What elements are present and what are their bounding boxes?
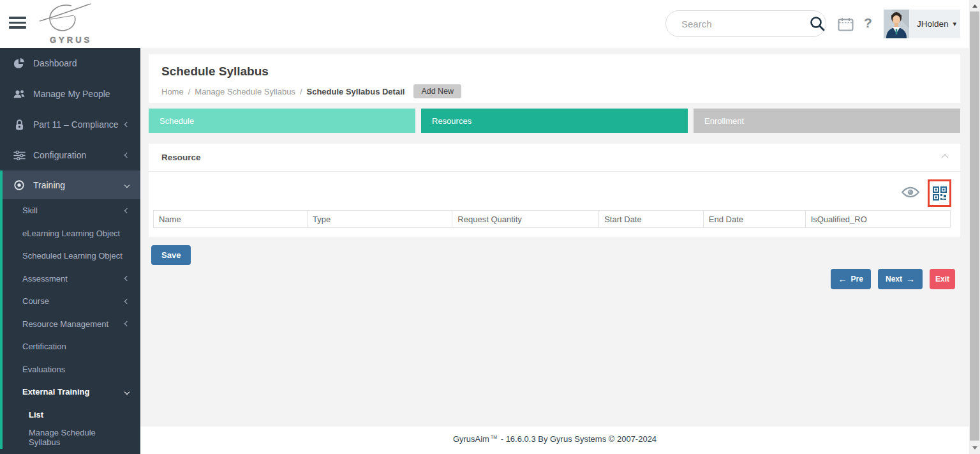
sidebar-item-assessment[interactable]: Assessment	[3, 268, 140, 291]
sidebar-item-list[interactable]: List	[3, 404, 140, 427]
column-header-end-date: End Date	[703, 211, 805, 228]
pie-chart-icon	[13, 57, 26, 70]
top-header: GYRUS ? JHolden ▾	[0, 0, 980, 48]
sidebar-item-scheduled-learning-object[interactable]: Scheduled Learning Object	[3, 245, 140, 268]
sidebar-item-label: Part 11 – Compliance	[33, 119, 119, 130]
scrollbar-thumb[interactable]	[970, 11, 979, 441]
tab-enrollment[interactable]: Enrollment	[694, 109, 960, 133]
logo-wordmark: GYRUS	[50, 35, 92, 45]
chevron-left-icon	[124, 208, 130, 213]
footer-product: GyrusAim	[453, 434, 489, 444]
resource-panel-header: Resource	[149, 144, 960, 172]
page-header-panel: Schedule Syllabus Home / Manage Schedule…	[149, 54, 960, 103]
chevron-down-icon	[124, 390, 130, 395]
arrow-right-icon: →	[906, 274, 915, 284]
search-bar	[665, 10, 826, 37]
sidebar-item-label: Manage My People	[33, 89, 110, 99]
breadcrumb-current: Schedule Syllabus Detail	[307, 87, 405, 96]
sidebar-item-training[interactable]: Training	[3, 170, 140, 199]
chevron-left-icon	[124, 321, 130, 326]
chevron-left-icon	[124, 299, 130, 304]
chevron-left-icon	[124, 276, 130, 281]
resource-panel: Resource Name Type Request Quantity Star…	[149, 144, 960, 237]
vertical-scrollbar	[969, 0, 980, 454]
sidebar-item-label: Training	[33, 180, 65, 190]
save-button[interactable]: Save	[151, 245, 191, 265]
sidebar-item-label: Configuration	[33, 150, 86, 160]
help-icon[interactable]: ?	[864, 15, 872, 31]
add-new-button[interactable]: Add New	[413, 84, 461, 98]
pre-button[interactable]: ← Pre	[831, 269, 871, 289]
column-header-request-quantity: Request Quantity	[452, 211, 599, 228]
sidebar-item-configuration[interactable]: Configuration	[0, 140, 140, 170]
resource-panel-title: Resource	[161, 153, 201, 162]
arrow-left-icon: ←	[838, 274, 847, 284]
eye-icon[interactable]	[901, 186, 920, 201]
breadcrumb-manage-schedule-syllabus[interactable]: Manage Schedule Syllabus	[195, 87, 295, 96]
sidebar-item-skill[interactable]: Skill	[3, 199, 140, 222]
sidebar-nav: Dashboard Manage My People Part 11 – Com…	[0, 48, 140, 454]
sidebar-item-resource-management[interactable]: Resource Management	[3, 313, 140, 336]
breadcrumb: Home / Manage Schedule Syllabus / Schedu…	[161, 84, 947, 98]
sidebar-item-external-training[interactable]: External Training	[3, 381, 140, 404]
sidebar-item-course[interactable]: Course	[3, 290, 140, 313]
sidebar-item-manage-my-people[interactable]: Manage My People	[0, 79, 140, 109]
avatar	[884, 10, 909, 38]
sidebar-item-part11-compliance[interactable]: Part 11 – Compliance	[0, 109, 140, 140]
resource-table: Name Type Request Quantity Start Date En…	[153, 210, 951, 228]
sidebar-item-certification[interactable]: Certification	[3, 335, 140, 358]
sidebar-item-label: Dashboard	[33, 58, 77, 68]
search-input[interactable]	[681, 19, 808, 29]
caret-down-icon: ▾	[953, 20, 957, 28]
sidebar-item-dashboard[interactable]: Dashboard	[0, 48, 140, 79]
lock-icon	[13, 118, 26, 131]
scrollbar-down-arrow[interactable]	[969, 443, 980, 453]
page-title: Schedule Syllabus	[161, 64, 947, 79]
breadcrumb-home[interactable]: Home	[161, 87, 184, 96]
hamburger-menu-icon[interactable]	[9, 17, 26, 30]
scrollbar-up-arrow[interactable]	[969, 1, 980, 11]
footer-version: - 16.6.0.3 By Gyrus Systems © 2007-2024	[501, 434, 657, 444]
table-header-row: Name Type Request Quantity Start Date En…	[154, 211, 951, 228]
column-header-type: Type	[308, 211, 452, 228]
footer-trademark: TM	[491, 435, 497, 439]
column-header-name: Name	[154, 211, 308, 228]
wizard-tabs: Schedule Resources Enrollment	[149, 109, 960, 133]
next-button[interactable]: Next →	[878, 269, 923, 289]
sidebar-item-evaluations[interactable]: Evaluations	[3, 358, 140, 381]
chevron-left-icon	[124, 153, 130, 158]
sidebar-item-elearning-learning-object[interactable]: eLearning Learning Object	[3, 222, 140, 245]
sliders-icon	[13, 149, 26, 162]
people-icon	[13, 87, 26, 100]
chevron-down-icon	[124, 182, 130, 187]
qr-code-icon[interactable]	[928, 179, 951, 207]
wizard-nav-buttons: ← Pre Next → Exit	[831, 269, 955, 289]
tab-resources[interactable]: Resources	[421, 109, 688, 133]
column-header-isqualified-ro: IsQualified_RO	[805, 211, 950, 228]
gyrus-logo-icon	[32, 2, 102, 35]
exit-button[interactable]: Exit	[930, 269, 955, 289]
search-icon[interactable]	[808, 11, 826, 36]
target-icon	[13, 179, 26, 192]
tab-schedule[interactable]: Schedule	[149, 109, 415, 133]
training-nav-group: Training Skill eLearning Learning Object…	[0, 170, 140, 449]
column-header-start-date: Start Date	[599, 211, 704, 228]
sidebar-item-manage-schedule-syllabus[interactable]: Manage Schedule Syllabus	[3, 426, 140, 449]
calendar-icon[interactable]	[838, 17, 854, 31]
username: JHolden	[917, 19, 949, 29]
user-menu[interactable]: JHolden ▾	[884, 10, 960, 38]
gyrus-logo: GYRUS	[32, 2, 102, 47]
footer: GyrusAimTM - 16.6.0.3 By Gyrus Systems ©…	[140, 427, 969, 454]
resource-toolbar	[901, 179, 951, 207]
collapse-chevron-up-icon[interactable]	[941, 154, 948, 161]
chevron-left-icon	[124, 122, 130, 127]
